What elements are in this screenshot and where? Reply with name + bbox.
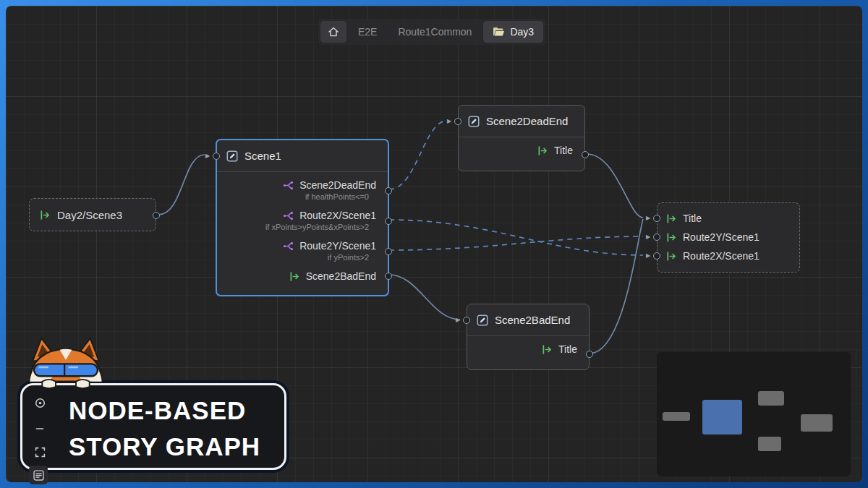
node-title: Scene2DeadEnd [486,115,568,127]
port-arrow-icon: ▶ [646,234,650,241]
edge-scene1-to-route2x[interactable] [389,220,643,255]
input-port-route2x[interactable] [653,252,660,260]
edge-day2scene3-to-scene1[interactable] [158,155,205,215]
input-port-title[interactable] [653,215,660,222]
breadcrumb-label: Day3 [510,26,534,38]
focus-button[interactable] [30,393,49,412]
edge-scene1-to-route2y[interactable] [389,236,643,250]
edit-scene-icon [468,116,480,127]
goto-row[interactable]: Title [459,143,584,163]
goto-arrow-icon [666,232,677,243]
port-arrow-icon: ▶ [205,153,210,160]
row-label: Route2Y/Scene1 [299,240,376,252]
branch-icon [283,241,294,252]
goto-arrow-icon [666,213,677,224]
target-row[interactable]: Route2Y/Scene1 [658,228,799,247]
goto-arrow-icon [537,145,548,156]
breadcrumb-item-e2e[interactable]: E2E [349,21,386,43]
input-port[interactable] [454,118,461,125]
goto-row[interactable]: Title [467,342,589,362]
node-scene2-bad-end[interactable]: Scene2BadEnd Title ▶ [467,304,590,370]
zoom-out-button[interactable] [30,419,49,438]
output-port-scene2badend[interactable] [385,273,392,280]
node-title: Day2/Scene3 [57,209,122,221]
output-port-route2x[interactable] [385,218,392,225]
node-header[interactable]: Scene1 [217,140,388,172]
breadcrumb-home-button[interactable] [320,21,346,43]
minimap-node [758,391,784,406]
output-port-title[interactable] [582,151,589,158]
minimap-node [758,437,781,451]
goto-arrow-icon [40,210,51,221]
row-condition: if yPoints>2 [229,253,376,263]
output-port-route2y[interactable] [385,248,392,255]
breadcrumb-item-day3[interactable]: Day3 [483,21,543,43]
focus-icon [35,398,46,408]
branch-row[interactable]: Scene2DeadEnd if healthPoints<=0 [217,178,388,208]
row-label: Title [683,213,702,224]
target-row[interactable]: Route2X/Scene1 [658,247,799,265]
node-title: Scene1 [244,150,281,162]
list-icon [33,470,44,481]
node-scene1[interactable]: Scene1 Scene2DeadEnd if healthPoints<=0 [216,139,389,296]
branch-row[interactable]: Route2X/Scene1 if xPoints>yPoints&xPoint… [217,208,388,239]
goto-arrow-icon [542,344,553,355]
input-port[interactable] [463,317,470,324]
minimap-node [801,414,833,432]
row-condition: if healthPoints<=0 [229,192,376,202]
target-row[interactable]: Title [658,209,799,228]
branch-row[interactable]: Route2Y/Scene1 if yPoints>2 [217,239,388,269]
node-scene2-dead-end[interactable]: Scene2DeadEnd Title ▶ [458,105,585,171]
output-port-title[interactable] [586,351,593,358]
row-label: Route2X/Scene1 [299,210,376,221]
node-day2-scene3[interactable]: Day2/Scene3 [29,198,156,231]
input-port[interactable] [213,153,220,160]
edge-scene1-to-scene2badend[interactable] [389,275,460,320]
sunglasses [34,364,98,376]
row-label: Scene2DeadEnd [299,179,376,191]
title-banner: NODE-BASED STORY GRAPH [20,383,286,470]
edge-scene2deadend-to-title[interactable] [587,154,643,218]
outline-list-button[interactable] [29,466,48,484]
goto-row[interactable]: Scene2BadEnd [217,269,388,289]
breadcrumb-label: E2E [358,26,377,38]
branch-icon [283,210,294,221]
node-targets[interactable]: Title Route2Y/Scene1 Route2X/Scene1 ▶ ▶ … [657,202,800,273]
node-title: Scene2BadEnd [495,314,570,326]
fit-view-button[interactable] [30,442,49,461]
fit-view-icon [35,447,46,458]
row-label: Route2X/Scene1 [683,250,760,262]
input-port-route2y[interactable] [653,234,660,241]
edge-scene1-to-scene2deadend[interactable] [389,121,447,189]
output-port[interactable] [153,212,160,219]
port-arrow-icon: ▶ [646,252,650,260]
row-label: Scene2BadEnd [306,270,376,282]
minimap-viewport[interactable] [702,400,742,435]
folder-open-icon [493,27,505,37]
breadcrumb-item-route1common[interactable]: Route1Common [388,21,481,43]
row-label: Title [558,343,577,355]
port-arrow-icon: ▶ [447,118,451,125]
minimap[interactable] [657,352,851,476]
row-condition: if xPoints>yPoints&xPoints>2 [229,223,376,233]
banner-line-1: NODE-BASED [69,393,284,429]
port-arrow-icon: ▶ [646,215,650,222]
banner-line-2: STORY GRAPH [69,429,284,465]
output-port-scene2deadend[interactable] [385,187,392,194]
port-arrow-icon: ▶ [456,317,460,324]
edge-scene2badend-to-title[interactable] [590,219,643,354]
node-header[interactable]: Scene2DeadEnd [459,106,584,137]
row-label: Title [554,145,573,156]
minimap-node [663,412,690,421]
row-label: Route2Y/Scene1 [683,231,760,243]
home-icon [328,26,339,38]
edit-scene-icon [477,314,488,326]
goto-arrow-icon [666,251,677,262]
node-header[interactable]: Scene2BadEnd [467,304,589,336]
branch-icon [283,180,294,191]
goto-arrow-icon [289,271,300,282]
minus-icon [35,424,45,434]
breadcrumb: E2E Route1Common Day3 [318,19,545,45]
breadcrumb-label: Route1Common [398,26,472,38]
edit-scene-icon [226,150,238,162]
